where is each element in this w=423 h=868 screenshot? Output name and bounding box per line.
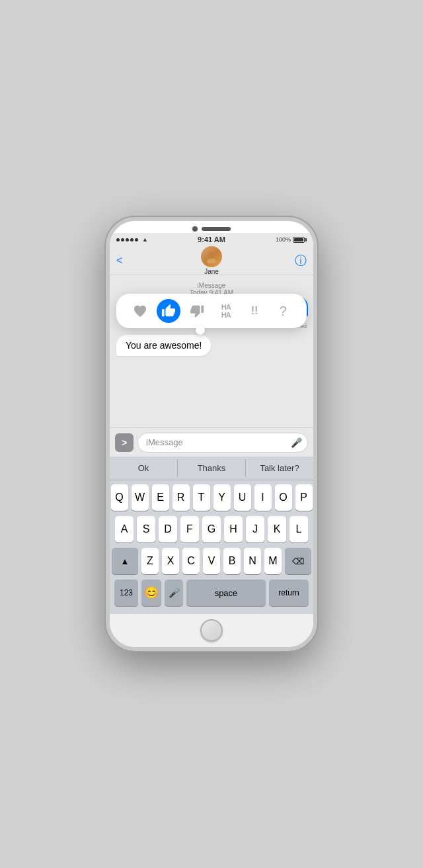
status-bar: ▲ 9:41 AM 100%	[110, 233, 313, 246]
key-j[interactable]: J	[246, 516, 264, 542]
key-h[interactable]: H	[224, 516, 243, 542]
tapback-question[interactable]: ?	[271, 299, 295, 323]
key-a[interactable]: A	[115, 516, 134, 542]
key-p[interactable]: P	[295, 484, 313, 511]
shift-key[interactable]: ▲	[112, 548, 138, 574]
front-camera	[192, 226, 198, 232]
key-k[interactable]: K	[268, 516, 286, 542]
battery-percentage: 100%	[276, 236, 291, 243]
input-bar: > iMessage 🎤	[110, 427, 313, 456]
key-l[interactable]: L	[289, 516, 308, 542]
top-hardware	[192, 226, 231, 232]
wifi-icon: ▲	[142, 236, 148, 243]
key-u[interactable]: U	[234, 484, 251, 511]
heart-icon	[133, 304, 147, 318]
signal-dot	[116, 238, 120, 241]
key-d[interactable]: D	[159, 516, 177, 542]
input-placeholder: iMessage	[146, 437, 183, 447]
keyboard-row-1: Q W E R T Y U I O P	[112, 484, 311, 511]
tapback-haha[interactable]: HAHA	[214, 299, 238, 323]
emoji-key[interactable]: 😊	[141, 580, 161, 606]
thumbsup-icon	[161, 304, 176, 318]
contact-name: Jane	[204, 268, 219, 275]
battery-body	[293, 237, 305, 243]
home-button[interactable]	[200, 619, 223, 642]
keyboard-row-3: ▲ Z X C V B N M ⌫	[112, 548, 311, 574]
home-area	[110, 614, 313, 647]
mic-key[interactable]: 🎤	[165, 580, 183, 606]
key-x[interactable]: X	[162, 548, 179, 574]
keyboard-row-4: 123 😊 🎤 space return	[112, 580, 311, 606]
signal-dot	[135, 238, 138, 241]
tapback-heart[interactable]	[128, 299, 152, 323]
signal-dot	[130, 238, 134, 241]
key-b[interactable]: B	[223, 548, 241, 574]
tapback-thumbsup[interactable]	[157, 299, 180, 323]
key-r[interactable]: R	[173, 484, 190, 511]
key-f[interactable]: F	[180, 516, 199, 542]
info-button[interactable]: ⓘ	[295, 253, 307, 269]
key-c[interactable]: C	[182, 548, 200, 574]
keyboard-row-2: A S D F G H J K L	[112, 516, 311, 542]
phone-frame: ▲ 9:41 AM 100% <	[106, 217, 317, 651]
key-w[interactable]: W	[132, 484, 149, 511]
tapback-popup: HAHA !! ?	[116, 294, 307, 328]
back-button[interactable]: <	[116, 255, 122, 267]
earpiece-speaker	[202, 227, 231, 231]
key-g[interactable]: G	[202, 516, 221, 542]
mic-button[interactable]: 🎤	[291, 437, 302, 448]
key-m[interactable]: M	[264, 548, 282, 574]
predictive-bar: Ok Thanks Talk later?	[110, 456, 313, 480]
key-s[interactable]: S	[137, 516, 155, 542]
message-area: iMessage Today 9:41 AM me! Delivered	[110, 275, 313, 427]
nav-contact[interactable]: Jane	[201, 246, 222, 275]
key-q[interactable]: Q	[111, 484, 128, 511]
numbers-key[interactable]: 123	[114, 580, 138, 606]
key-t[interactable]: T	[193, 484, 210, 511]
battery-indicator	[293, 237, 307, 243]
received-message-bubble: You are awesome!	[116, 335, 211, 356]
key-i[interactable]: I	[254, 484, 272, 511]
app-drawer-button[interactable]: >	[115, 433, 134, 452]
signal-dot	[121, 238, 124, 241]
message-input-field[interactable]: iMessage 🎤	[137, 433, 308, 453]
status-time: 9:41 AM	[198, 236, 225, 243]
predictive-word-ok[interactable]: Ok	[110, 459, 178, 477]
status-left: ▲	[116, 236, 148, 243]
return-key[interactable]: return	[269, 580, 309, 606]
key-o[interactable]: O	[275, 484, 292, 511]
nav-bar: < Jane ⓘ	[110, 246, 313, 275]
svg-point-0	[209, 252, 214, 257]
key-y[interactable]: Y	[213, 484, 231, 511]
backspace-key[interactable]: ⌫	[285, 548, 311, 574]
received-message-text: You are awesome!	[126, 340, 202, 351]
key-v[interactable]: V	[203, 548, 220, 574]
key-z[interactable]: Z	[141, 548, 159, 574]
battery-tip	[305, 238, 307, 241]
tapback-exclaim[interactable]: !!	[243, 299, 266, 323]
predictive-word-thanks[interactable]: Thanks	[178, 459, 246, 477]
svg-point-1	[207, 259, 216, 263]
status-right: 100%	[276, 236, 307, 243]
contact-avatar	[201, 246, 222, 267]
tapback-thumbsdown[interactable]	[185, 299, 209, 323]
space-key[interactable]: space	[186, 580, 266, 606]
keyboard: Q W E R T Y U I O P A S D F G H J K	[110, 480, 313, 614]
signal-strength	[116, 238, 138, 241]
predictive-word-talklater[interactable]: Talk later?	[246, 459, 313, 477]
thumbsdown-icon	[190, 304, 204, 318]
battery-fill	[294, 238, 303, 241]
key-n[interactable]: N	[244, 548, 261, 574]
avatar-image	[205, 250, 218, 263]
key-e[interactable]: E	[152, 484, 169, 511]
phone-screen: ▲ 9:41 AM 100% <	[110, 221, 313, 647]
signal-dot	[126, 238, 129, 241]
